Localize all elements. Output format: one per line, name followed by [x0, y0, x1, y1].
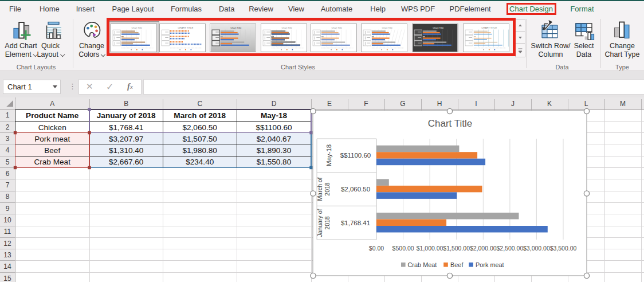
svg-text:$2,000.00: $2,000.00 [470, 245, 497, 252]
svg-text:10: 10 [3, 216, 11, 224]
svg-text:$3,207.97: $3,207.97 [109, 135, 143, 143]
svg-text:$$1100.60: $$1100.60 [340, 152, 371, 159]
svg-text:January of: January of [316, 209, 323, 237]
svg-text:$1,310.40: $1,310.40 [109, 146, 144, 155]
svg-text:6: 6 [6, 170, 10, 178]
svg-text:$2,060.50: $2,060.50 [182, 123, 217, 132]
svg-text:$1,500.00: $1,500.00 [443, 245, 470, 252]
svg-text:L: L [584, 100, 588, 108]
svg-text:May-18: May-18 [261, 111, 288, 120]
svg-text:D: D [272, 100, 277, 108]
svg-text:$1,980.80: $1,980.80 [182, 146, 217, 155]
svg-text:$3,500.00: $3,500.00 [550, 245, 577, 252]
svg-text:Chart Title: Chart Title [428, 118, 472, 129]
svg-text:Crab Meat: Crab Meat [34, 158, 70, 166]
svg-text:$1,000.00: $1,000.00 [417, 245, 443, 252]
svg-text:$2,040.67: $2,040.67 [257, 135, 291, 143]
svg-text:B: B [124, 100, 128, 108]
svg-text:Chicken: Chicken [38, 123, 66, 132]
svg-text:$1,768.41: $1,768.41 [109, 123, 143, 132]
svg-text:4: 4 [6, 146, 10, 154]
svg-text:J: J [511, 100, 515, 108]
svg-text:$$1100.60: $$1100.60 [256, 123, 292, 132]
svg-text:11: 11 [4, 228, 11, 236]
svg-text:March of 2018: March of 2018 [174, 111, 226, 120]
svg-text:$2,060.50: $2,060.50 [341, 186, 370, 193]
svg-text:8: 8 [6, 193, 10, 201]
svg-text:2018: 2018 [324, 216, 331, 230]
svg-text:C: C [197, 100, 202, 108]
svg-text:$234.40: $234.40 [186, 158, 214, 166]
svg-text:12: 12 [3, 240, 11, 248]
svg-text:$0.00: $0.00 [369, 245, 384, 252]
svg-text:K: K [547, 100, 552, 108]
svg-text:E: E [327, 100, 332, 108]
svg-text:2018: 2018 [324, 182, 331, 196]
svg-text:5: 5 [6, 158, 10, 166]
svg-text:Beef: Beef [44, 146, 60, 155]
svg-text:A: A [50, 100, 54, 108]
svg-text:$1,768.41: $1,768.41 [341, 220, 370, 226]
svg-text:$1,550.80: $1,550.80 [257, 158, 292, 166]
svg-text:14: 14 [3, 263, 11, 271]
svg-text:2: 2 [6, 123, 10, 131]
svg-text:M: M [620, 100, 626, 108]
svg-text:7: 7 [6, 181, 10, 189]
svg-text:Pork meat: Pork meat [476, 261, 504, 268]
svg-text:3: 3 [6, 135, 10, 143]
svg-text:March of: March of [316, 178, 323, 201]
svg-text:15: 15 [3, 275, 11, 282]
svg-text:I: I [475, 100, 477, 108]
svg-text:$1,507.50: $1,507.50 [182, 135, 217, 143]
svg-text:13: 13 [3, 251, 11, 259]
svg-text:Beef: Beef [450, 261, 464, 268]
svg-text:$3,000.00: $3,000.00 [523, 245, 550, 252]
svg-text:$2,500.00: $2,500.00 [497, 245, 524, 252]
svg-text:January of 2018: January of 2018 [97, 111, 156, 120]
svg-text:Pork meat: Pork meat [34, 135, 70, 143]
svg-text:G: G [400, 100, 405, 108]
svg-text:May-18: May-18 [325, 144, 332, 166]
svg-text:Product Name: Product Name [26, 111, 79, 120]
svg-text:9: 9 [6, 205, 10, 213]
svg-text:$2,667.60: $2,667.60 [109, 158, 144, 166]
svg-text:F: F [364, 100, 368, 108]
svg-text:$500.00: $500.00 [392, 245, 414, 252]
svg-text:$1,890.30: $1,890.30 [257, 146, 292, 155]
svg-text:1: 1 [6, 111, 10, 119]
svg-text:Crab Meat: Crab Meat [408, 261, 437, 268]
svg-text:H: H [437, 100, 442, 108]
